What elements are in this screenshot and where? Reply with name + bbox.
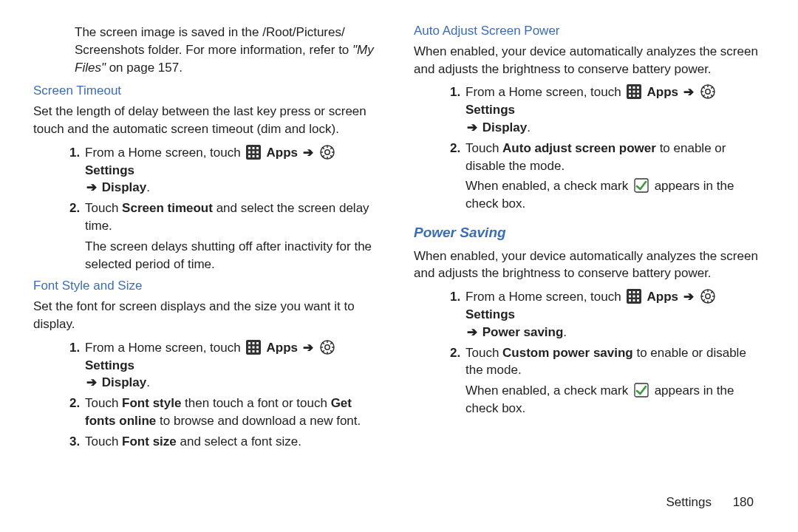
aa2-b: Auto adjust screen power: [502, 141, 656, 155]
st-step-1: From a Home screen, touch Apps ➔ Setting…: [83, 144, 384, 197]
ps2-a: Touch: [466, 346, 502, 360]
power-saving-body: When enabled, your device automatically …: [414, 248, 765, 283]
svg-rect-26: [256, 346, 259, 348]
svg-line-78: [712, 299, 713, 301]
power-saving-label: Power saving: [482, 325, 564, 339]
svg-rect-24: [248, 346, 250, 348]
svg-line-56: [703, 87, 705, 89]
screen-timeout-body: Set the length of delay between the last…: [33, 103, 384, 138]
settings-icon: [700, 289, 715, 304]
svg-line-80: [703, 299, 705, 301]
svg-line-17: [331, 155, 332, 157]
fs-step-3: Touch Font size and select a font size.: [83, 433, 384, 451]
svg-rect-48: [633, 95, 635, 97]
svg-rect-49: [637, 95, 639, 97]
arrow-icon: ➔: [301, 341, 315, 355]
st-step-2: Touch Screen timeout and select the scre…: [83, 200, 384, 273]
svg-rect-45: [633, 91, 635, 93]
apps-icon: [627, 289, 641, 304]
svg-rect-1: [248, 147, 250, 149]
intro-pre: The screen image is saved in the /Root/P…: [75, 25, 352, 57]
fs1-pre: From a Home screen, touch: [85, 341, 244, 355]
ps-step-2: Touch Custom power saving to enable or d…: [464, 344, 765, 417]
svg-rect-5: [253, 151, 255, 153]
settings-icon: [320, 145, 335, 160]
right-column: Auto Adjust Screen Power When enabled, y…: [414, 22, 765, 455]
ps1-pre: From a Home screen, touch: [466, 290, 624, 304]
svg-line-18: [331, 147, 332, 149]
st2-a: Touch: [85, 201, 122, 215]
svg-line-79: [712, 292, 713, 293]
settings-label: Settings: [466, 307, 515, 321]
svg-rect-46: [637, 91, 639, 93]
svg-rect-63: [633, 291, 635, 293]
settings-label: Settings: [85, 358, 134, 372]
svg-rect-25: [253, 346, 255, 348]
svg-rect-2: [253, 147, 255, 149]
svg-rect-42: [633, 86, 635, 89]
svg-rect-7: [248, 155, 250, 157]
svg-rect-27: [248, 350, 250, 352]
svg-line-59: [703, 95, 705, 97]
svg-point-31: [325, 345, 330, 349]
aa-step-1: From a Home screen, touch Apps ➔ Setting…: [464, 83, 765, 136]
intro-paragraph: The screen image is saved in the /Root/P…: [75, 24, 384, 76]
check-pre: When enabled, a check mark: [466, 383, 632, 398]
svg-line-19: [323, 155, 324, 157]
display-label: Display: [102, 375, 146, 389]
svg-rect-9: [256, 155, 259, 157]
svg-rect-23: [256, 342, 259, 344]
svg-rect-3: [256, 147, 259, 149]
svg-rect-67: [637, 296, 639, 298]
svg-rect-41: [629, 86, 631, 89]
fs2-e: to browse and download a new font.: [156, 414, 361, 428]
svg-rect-8: [253, 155, 255, 157]
settings-icon: [700, 84, 715, 99]
svg-line-77: [703, 292, 705, 293]
arrow-icon: ➔: [466, 325, 479, 339]
fs3-a: Touch: [85, 434, 122, 449]
svg-point-11: [325, 150, 330, 154]
display-label: Display: [102, 180, 146, 194]
footer-label: Settings: [666, 495, 711, 509]
fs3-c: and select a font size.: [177, 434, 301, 449]
arrow-icon: ➔: [466, 120, 479, 134]
svg-line-58: [712, 87, 713, 89]
aa2-a: Touch: [466, 141, 502, 155]
apps-label: Apps: [647, 85, 679, 99]
settings-label: Settings: [466, 103, 515, 117]
heading-screen-timeout: Screen Timeout: [33, 82, 384, 100]
svg-rect-66: [633, 296, 635, 298]
settings-label: Settings: [85, 163, 134, 177]
apps-label: Apps: [267, 341, 299, 355]
settings-icon: [320, 340, 335, 355]
arrow-icon: ➔: [682, 85, 695, 99]
aa2-sub: When enabled, a check mark appears in th…: [466, 177, 765, 213]
ps2-sub: When enabled, a check mark appears in th…: [466, 382, 765, 417]
svg-rect-28: [253, 350, 255, 352]
svg-rect-43: [637, 86, 639, 89]
apps-icon: [246, 340, 261, 355]
svg-rect-65: [629, 296, 631, 298]
st2-sub: The screen delays shutting off after ina…: [85, 238, 384, 273]
heading-font-style: Font Style and Size: [33, 277, 384, 295]
st2-b: Screen timeout: [122, 201, 213, 215]
svg-line-57: [712, 95, 713, 97]
heading-power-saving: Power Saving: [414, 223, 765, 243]
svg-rect-70: [637, 299, 639, 301]
apps-label: Apps: [267, 146, 299, 160]
svg-rect-29: [256, 350, 259, 352]
arrow-icon: ➔: [85, 375, 98, 389]
heading-auto-adjust: Auto Adjust Screen Power: [414, 22, 765, 40]
page-footer: Settings 180: [666, 495, 754, 510]
svg-rect-22: [253, 342, 255, 344]
fs-step-1: From a Home screen, touch Apps ➔ Setting…: [83, 339, 384, 392]
display-label: Display: [482, 120, 527, 134]
fs2-c: then touch a font or touch: [181, 396, 330, 410]
fs2-b: Font style: [122, 396, 181, 410]
aa-step-2: Touch Auto adjust screen power to enable…: [464, 140, 765, 213]
arrow-icon: ➔: [682, 290, 695, 304]
fs2-a: Touch: [85, 396, 122, 410]
apps-icon: [627, 84, 641, 99]
left-column: The screen image is saved in the /Root/P…: [33, 22, 384, 455]
